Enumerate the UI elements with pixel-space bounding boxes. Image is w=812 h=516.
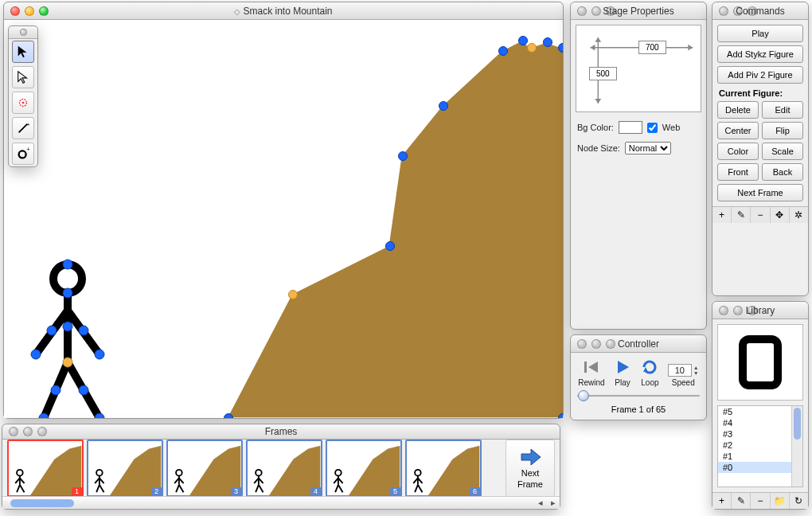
zoom-icon[interactable]: [39, 6, 49, 16]
toolbox-panel[interactable]: + +: [8, 25, 38, 167]
zoom-icon[interactable]: [37, 427, 47, 436]
shape-node[interactable]: [439, 101, 448, 111]
minimize-icon[interactable]: [23, 427, 33, 436]
main-titlebar[interactable]: ◇Smack into Mountain: [4, 2, 563, 20]
edit-icon[interactable]: ✎: [732, 207, 751, 223]
controller-titlebar[interactable]: Controller: [571, 335, 706, 353]
close-icon[interactable]: [9, 427, 18, 436]
zoom-icon[interactable]: [606, 339, 615, 349]
frame-thumb[interactable]: 6: [405, 440, 482, 496]
commands-titlebar[interactable]: Commands: [712, 2, 808, 20]
loop-button[interactable]: Loop: [640, 358, 659, 387]
shape-node[interactable]: [224, 413, 233, 418]
timeline-slider[interactable]: [577, 390, 700, 401]
shape-node[interactable]: [498, 46, 508, 56]
folder-icon[interactable]: 📁: [771, 493, 790, 509]
frame-thumb[interactable]: 1: [7, 440, 84, 496]
shape-node[interactable]: [398, 151, 408, 161]
library-item[interactable]: #4: [718, 417, 802, 428]
close-icon[interactable]: [719, 6, 728, 16]
shape-node[interactable]: [558, 43, 563, 53]
library-item[interactable]: #0: [718, 462, 802, 473]
remove-icon[interactable]: −: [751, 493, 770, 509]
target-node-tool[interactable]: [12, 92, 34, 114]
frame-thumb[interactable]: 3: [166, 440, 243, 496]
minimize-icon[interactable]: [591, 339, 601, 349]
speed-field[interactable]: 10: [668, 364, 692, 377]
speed-stepper[interactable]: ▲▼: [693, 365, 699, 376]
add-stykz-figure-button[interactable]: Add Stykz Figure: [717, 45, 803, 63]
library-item[interactable]: #2: [718, 440, 802, 451]
center-button[interactable]: Center: [717, 122, 759, 139]
stage-canvas[interactable]: [4, 20, 563, 418]
play-button[interactable]: Play: [717, 25, 803, 42]
settings-icon[interactable]: ✲: [790, 207, 808, 223]
speed-control[interactable]: 10 ▲▼ Speed: [668, 364, 699, 387]
shape-node[interactable]: [288, 290, 298, 299]
node-size-select[interactable]: Normal: [625, 142, 671, 154]
line-tool[interactable]: +: [12, 117, 34, 139]
back-button[interactable]: Back: [762, 163, 803, 181]
close-icon[interactable]: [719, 306, 728, 315]
play-button[interactable]: Play: [613, 358, 632, 387]
remove-icon[interactable]: −: [751, 207, 770, 223]
frame-thumb[interactable]: 5: [326, 440, 402, 496]
scroll-right-icon[interactable]: ▸: [547, 497, 560, 510]
refresh-icon[interactable]: ↻: [790, 493, 808, 509]
frames-scrollbar[interactable]: ◂ ▸: [2, 496, 560, 509]
svg-line-68: [418, 484, 423, 491]
shape-node[interactable]: [543, 37, 552, 47]
zoom-icon[interactable]: [748, 306, 757, 315]
web-color-checkbox[interactable]: [647, 123, 658, 133]
next-frame-button[interactable]: NextFrame: [506, 440, 555, 496]
stage-width-field[interactable]: 700: [638, 41, 666, 54]
delete-button[interactable]: Delete: [717, 101, 759, 119]
frame-thumb[interactable]: 2: [87, 440, 163, 496]
frame-thumb[interactable]: 4: [246, 440, 322, 496]
zoom-icon[interactable]: [748, 6, 757, 16]
stage-height-field[interactable]: 500: [589, 67, 617, 80]
bg-color-swatch[interactable]: [619, 121, 642, 134]
select-tool[interactable]: [12, 41, 34, 63]
edit-icon[interactable]: ✎: [732, 493, 751, 509]
edit-button[interactable]: Edit: [762, 101, 803, 119]
toolbox-titlebar[interactable]: [9, 26, 37, 39]
library-item[interactable]: #3: [718, 428, 802, 440]
scale-button[interactable]: Scale: [762, 143, 803, 160]
stick-figure[interactable]: [20, 259, 131, 418]
zoom-icon[interactable]: [606, 6, 615, 16]
library-list[interactable]: #5#4#3#2#1#0: [717, 405, 803, 487]
shape-node[interactable]: [558, 413, 563, 418]
shape-node[interactable]: [385, 241, 395, 251]
add-piv2-figure-button[interactable]: Add Piv 2 Figure: [717, 66, 803, 84]
library-titlebar[interactable]: Library: [712, 302, 808, 319]
close-icon[interactable]: [10, 6, 20, 16]
minimize-icon[interactable]: [25, 6, 34, 16]
minimize-icon[interactable]: [591, 6, 601, 16]
library-item[interactable]: #1: [718, 451, 802, 462]
scroll-left-icon[interactable]: ◂: [534, 497, 547, 510]
library-scrollbar[interactable]: [791, 406, 802, 487]
scrollbar-thumb[interactable]: [10, 499, 74, 507]
front-button[interactable]: Front: [717, 163, 759, 181]
shape-node[interactable]: [527, 43, 537, 53]
next-frame-button[interactable]: Next Frame: [717, 184, 803, 201]
shape-node[interactable]: [518, 36, 528, 45]
close-icon[interactable]: [577, 6, 587, 16]
rewind-button[interactable]: Rewind: [578, 358, 604, 387]
direct-select-tool[interactable]: [12, 66, 34, 88]
add-icon[interactable]: +: [712, 207, 732, 223]
minimize-icon[interactable]: [733, 306, 743, 315]
add-icon[interactable]: +: [712, 493, 732, 509]
color-button[interactable]: Color: [717, 143, 759, 160]
add-circle-tool[interactable]: +: [12, 143, 34, 165]
frames-titlebar[interactable]: Frames: [2, 424, 560, 440]
minimize-icon[interactable]: [733, 6, 743, 16]
stage-props-titlebar[interactable]: Stage Properties: [571, 2, 706, 20]
move-icon[interactable]: ✥: [771, 207, 790, 223]
toolbox-close-icon[interactable]: [20, 29, 27, 36]
close-icon[interactable]: [577, 339, 587, 349]
library-item[interactable]: #5: [718, 406, 802, 417]
flip-button[interactable]: Flip: [762, 122, 803, 139]
svg-marker-72: [591, 45, 595, 51]
